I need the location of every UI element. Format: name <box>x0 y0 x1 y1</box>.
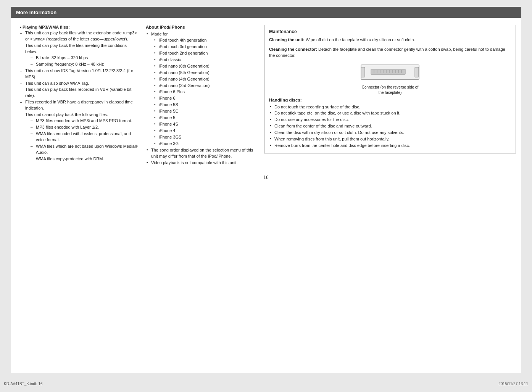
sub-list: Bit rate: 32 kbps – 320 kbps Sampling fr… <box>25 55 139 68</box>
list-item: This unit can play back files with the e… <box>20 30 139 42</box>
handling-item: Do not stick tape etc. on the disc, or u… <box>269 110 511 116</box>
header-title: More Information <box>16 10 56 15</box>
handling-item: Clean from the center of the disc and mo… <box>269 123 511 129</box>
handling-item: Remove burrs from the center hole and di… <box>269 143 511 149</box>
handling-title: Handling discs: <box>269 98 511 102</box>
list-item: Files recorded in VBR have a discrepancy… <box>20 99 139 111</box>
svg-rect-2 <box>371 69 405 74</box>
device-list: iPod touch 4th generation iPod touch 3rd… <box>153 37 257 147</box>
col-right: Maintenance Cleaning the unit: Wipe off … <box>264 25 516 166</box>
list-item: iPhone 3G <box>153 141 257 147</box>
handling-item: Do not use any accessories for the disc. <box>269 117 511 123</box>
cleaning-unit-label: Cleaning the unit: <box>269 37 305 42</box>
list-item: iPod nano (3rd Generation) <box>153 83 257 89</box>
section-mp3wma-title: • Playing MP3/WMA files: <box>20 25 139 29</box>
sub-list-item: MP3 files encoded with Layer 1/2. <box>31 124 139 131</box>
cleaning-connector-label: Cleaning the connector: <box>269 47 317 52</box>
section-mp3wma: • Playing MP3/WMA files: This unit can p… <box>20 25 139 162</box>
list-item: iPod touch 2nd generation <box>153 50 257 56</box>
connector-illustration: Connector (on the reverse side ofthe fac… <box>269 62 511 95</box>
list-item: iPhone 6 Plus <box>153 89 257 95</box>
list-item: This unit can also show WMA Tag. <box>20 81 139 87</box>
svg-rect-13 <box>415 67 419 77</box>
sub-list-item: Bit rate: 32 kbps – 320 kbps <box>31 55 139 61</box>
cleaning-unit-text: Wipe off dirt on the faceplate with a dr… <box>305 37 415 42</box>
list-item: iPod touch 3rd generation <box>153 44 257 50</box>
footer-left: KD-AV41BT_K.indb 16 <box>4 382 43 386</box>
ipod-iphone-list: Made for iPod touch 4th generation iPod … <box>146 31 257 166</box>
handling-item: Do not touch the recording surface of th… <box>269 104 511 110</box>
video-playback-item: Video playback is not compatible with th… <box>146 160 257 166</box>
col-left: • Playing MP3/WMA files: This unit can p… <box>16 25 146 166</box>
content-area: • Playing MP3/WMA files: This unit can p… <box>11 18 521 172</box>
list-item: iPod nano (6th Generation) <box>153 63 257 69</box>
list-item: iPod classic <box>153 57 257 63</box>
sub-list-item: Sampling frequency: 8 kHz – 48 kHz <box>31 61 139 68</box>
list-item: This unit can play back the files meetin… <box>20 43 139 68</box>
sub-list-item: WMA files which are not based upon Windo… <box>31 144 139 156</box>
list-item: iPhone 6 <box>153 95 257 102</box>
sub-list: MP3 files encoded with MP3i and MP3 PRO … <box>25 118 139 162</box>
cleaning-connector: Cleaning the connector: Detach the facep… <box>269 46 511 59</box>
sub-list-item: WMA files encoded with lossless, profess… <box>31 131 139 143</box>
list-item: iPhone 3GS <box>153 134 257 140</box>
page-number: 16 <box>11 172 521 182</box>
list-item: iPhone 5C <box>153 108 257 115</box>
list-item: iPod nano (4th Generation) <box>153 76 257 82</box>
cleaning-unit: Cleaning the unit: Wipe off dirt on the … <box>269 37 511 43</box>
list-item: iPhone 5S <box>153 102 257 108</box>
page-outer: More Information • Playing MP3/WMA files… <box>11 7 521 373</box>
mp3wma-list: This unit can play back files with the e… <box>20 30 139 162</box>
col-middle: About iPod/iPhone Made for iPod touch 4t… <box>146 25 264 166</box>
handling-item: When removing discs from this unit, pull… <box>269 136 511 142</box>
connector-svg <box>360 62 421 84</box>
footer-right: 2015/11/27 13:11 <box>498 382 528 386</box>
list-item: iPhone 4 <box>153 128 257 134</box>
maintenance-title: Maintenance <box>269 29 511 34</box>
handling-list: Do not touch the recording surface of th… <box>269 104 511 149</box>
connector-caption: Connector (on the reverse side ofthe fac… <box>269 85 511 95</box>
list-item: This unit can play back files recorded i… <box>20 87 139 99</box>
sub-list-item: MP3 files encoded with MP3i and MP3 PRO … <box>31 118 139 124</box>
handling-item: Clean the disc with a dry silicon or sof… <box>269 130 511 136</box>
list-item: This unit can show ID3 Tag Version 1.0/1… <box>20 68 139 80</box>
list-item: iPhone 5 <box>153 115 257 121</box>
list-item: iPod nano (5th Generation) <box>153 70 257 76</box>
song-order-item: The song order displayed on the selectio… <box>146 147 257 160</box>
maintenance-box: Maintenance Cleaning the unit: Wipe off … <box>264 25 516 153</box>
list-item: This unit cannot play back the following… <box>20 112 139 162</box>
footer-bar: KD-AV41BT_K.indb 16 2015/11/27 13:11 <box>0 380 532 387</box>
made-for-item: Made for iPod touch 4th generation iPod … <box>146 31 257 147</box>
ipod-iphone-title: About iPod/iPhone <box>146 25 257 29</box>
header-bar: More Information <box>11 7 521 18</box>
sub-list-item: WMA files copy-protected with DRM. <box>31 156 139 162</box>
list-item: iPhone 4S <box>153 121 257 127</box>
list-item: iPod touch 4th generation <box>153 37 257 44</box>
svg-rect-1 <box>361 67 365 77</box>
